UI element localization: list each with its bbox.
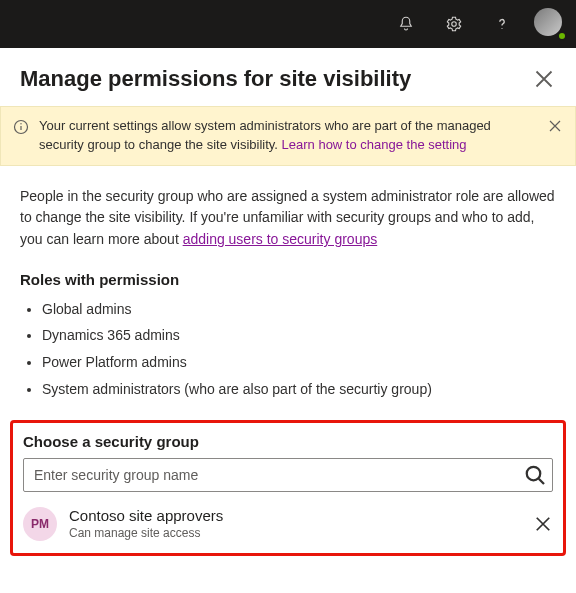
panel-close-button[interactable] (532, 67, 556, 91)
bell-icon (397, 15, 415, 33)
help-button[interactable] (482, 4, 522, 44)
info-icon (13, 119, 29, 135)
security-group-search-input[interactable] (23, 458, 553, 492)
account-avatar[interactable] (534, 8, 566, 40)
roles-heading: Roles with permission (0, 251, 576, 296)
close-icon (532, 67, 556, 91)
svg-line-6 (539, 479, 544, 484)
svg-point-1 (501, 28, 502, 29)
choose-group-label: Choose a security group (23, 433, 553, 450)
svg-point-5 (527, 467, 541, 481)
group-info: Contoso site approvers Can manage site a… (69, 506, 521, 541)
gear-icon (445, 15, 463, 33)
question-icon (493, 15, 511, 33)
body-description: People in the security group who are ass… (0, 166, 576, 251)
settings-button[interactable] (434, 4, 474, 44)
app-topbar (0, 0, 576, 48)
roles-list-item: Power Platform admins (42, 349, 556, 376)
search-button[interactable] (523, 463, 547, 487)
presence-indicator (557, 31, 567, 41)
banner-link-learn-how[interactable]: Learn how to change the setting (282, 137, 467, 152)
roles-list: Global admins Dynamics 365 admins Power … (0, 296, 576, 414)
search-icon (523, 463, 547, 487)
remove-group-button[interactable] (533, 514, 553, 534)
choose-security-group-section: Choose a security group PM Contoso site … (10, 420, 566, 556)
group-avatar: PM (23, 507, 57, 541)
roles-list-item: Dynamics 365 admins (42, 322, 556, 349)
panel-title: Manage permissions for site visibility (20, 66, 411, 92)
close-icon (547, 118, 563, 134)
banner-text: Your current settings allow system admin… (39, 117, 537, 155)
close-icon (533, 514, 553, 534)
banner-close-button[interactable] (547, 118, 563, 134)
panel-header-region: Manage permissions for site visibility (0, 48, 576, 92)
roles-list-item: Global admins (42, 296, 556, 323)
link-adding-users[interactable]: adding users to security groups (183, 231, 378, 247)
svg-point-0 (452, 22, 457, 27)
notifications-button[interactable] (386, 4, 426, 44)
svg-point-4 (20, 123, 21, 124)
selected-security-group: PM Contoso site approvers Can manage sit… (23, 506, 553, 541)
security-group-search-row (23, 458, 553, 492)
group-description: Can manage site access (69, 526, 521, 542)
group-name: Contoso site approvers (69, 506, 521, 526)
roles-list-item: System administrators (who are also part… (42, 376, 556, 403)
info-banner: Your current settings allow system admin… (0, 106, 576, 166)
